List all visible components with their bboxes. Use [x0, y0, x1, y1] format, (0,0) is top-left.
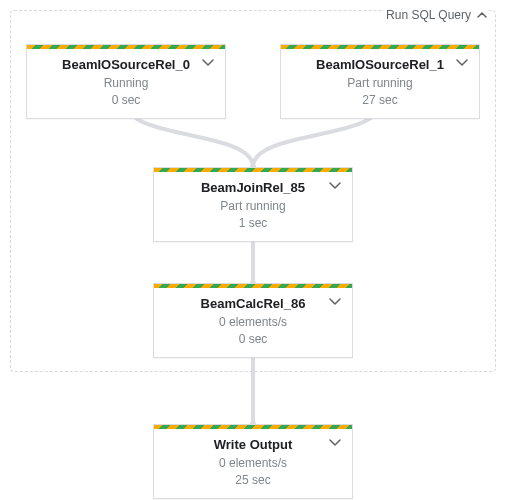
node-title: BeamIOSourceRel_0 [37, 57, 215, 74]
chevron-up-icon [477, 12, 487, 18]
node-status: Running [37, 75, 215, 92]
node-title: Write Output [164, 437, 342, 454]
chevron-down-icon[interactable] [326, 294, 344, 308]
node-meta: 0 sec [37, 92, 215, 109]
chevron-down-icon[interactable] [453, 55, 471, 69]
node-beam-io-source-rel-0[interactable]: BeamIOSourceRel_0 Running 0 sec [26, 44, 226, 119]
chevron-down-icon[interactable] [199, 55, 217, 69]
node-meta: 1 sec [164, 215, 342, 232]
node-status: 0 elements/s [164, 455, 342, 472]
node-title: BeamJoinRel_85 [164, 180, 342, 197]
node-beam-calc-rel-86[interactable]: BeamCalcRel_86 0 elements/s 0 sec [153, 283, 353, 358]
node-meta: 27 sec [291, 92, 469, 109]
node-title: BeamCalcRel_86 [164, 296, 342, 313]
node-meta: 25 sec [164, 472, 342, 489]
node-title: BeamIOSourceRel_1 [291, 57, 469, 74]
chevron-down-icon[interactable] [326, 178, 344, 192]
node-status: Part running [291, 75, 469, 92]
chevron-down-icon[interactable] [326, 435, 344, 449]
node-beam-join-rel-85[interactable]: BeamJoinRel_85 Part running 1 sec [153, 167, 353, 242]
group-title: Run SQL Query [386, 8, 471, 22]
node-status: Part running [164, 198, 342, 215]
node-write-output[interactable]: Write Output 0 elements/s 25 sec [153, 424, 353, 499]
node-beam-io-source-rel-1[interactable]: BeamIOSourceRel_1 Part running 27 sec [280, 44, 480, 119]
node-status: 0 elements/s [164, 314, 342, 331]
node-meta: 0 sec [164, 331, 342, 348]
group-header[interactable]: Run SQL Query [384, 8, 489, 22]
